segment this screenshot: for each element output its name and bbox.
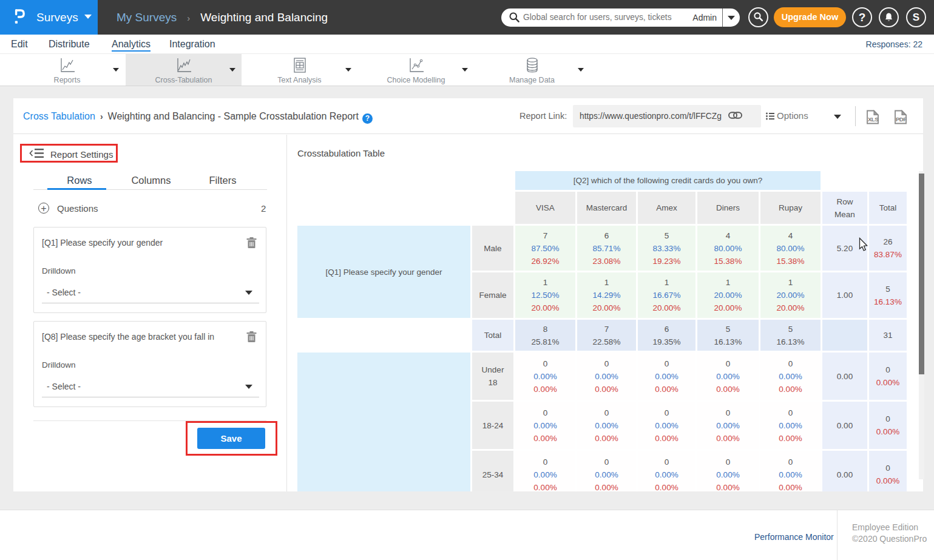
- svg-text:PDF: PDF: [896, 116, 907, 123]
- svg-text:XLS: XLS: [868, 116, 878, 123]
